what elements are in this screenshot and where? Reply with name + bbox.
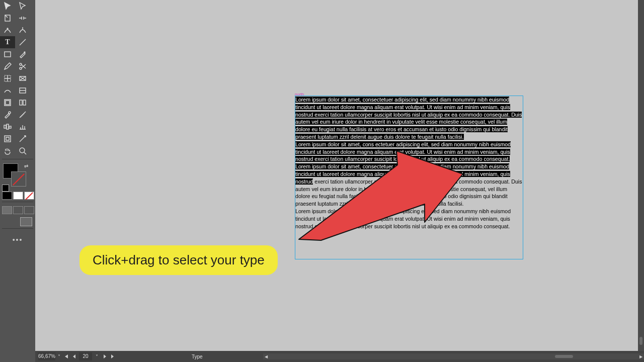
first-page-button[interactable] [63,353,70,360]
svg-rect-2 [5,52,11,57]
zoom-level-field[interactable]: 66,67% [38,352,55,360]
erase-tool[interactable] [0,133,15,145]
hscroll-thumb[interactable] [555,355,573,358]
hscroll-left-arrow[interactable]: ◀ [263,353,269,359]
screen-mode-row [0,214,35,226]
pen-tool[interactable] [15,48,30,60]
gradient-swatch-tool[interactable] [0,84,15,97]
svg-point-1 [7,28,8,29]
prev-page-button[interactable] [71,353,78,360]
apply-color-black[interactable] [2,192,12,200]
rectangle-tool[interactable] [15,72,30,84]
line-tool[interactable] [15,36,30,48]
free-transform-tool[interactable] [0,72,15,84]
direct-selection-tool[interactable] [15,0,30,12]
status-bar: 66,67% ˅ 20 ˅ Type ◀ ▶ [35,351,644,362]
svg-point-5 [20,67,22,69]
edit-toolbar-button[interactable]: ••• [0,236,35,244]
svg-point-18 [20,148,25,153]
svg-rect-10 [6,101,10,105]
text-frame-paragraph[interactable]: Lorem ipsum dolor sit amet, consectetuer… [295,163,523,208]
view-mode-row [0,204,35,214]
stroke-color-swatch[interactable] [11,171,26,187]
hscroll-right-arrow[interactable]: ▶ [638,353,644,359]
vertical-scrollbar[interactable] [638,0,644,351]
zoom-tool[interactable] [15,145,30,157]
page-number-field[interactable]: 20 [79,352,92,360]
svg-rect-14 [4,125,6,128]
view-bleed-icon[interactable] [24,206,34,214]
apply-color-none[interactable] [24,192,34,200]
content-collector-tool[interactable] [0,24,15,36]
svg-rect-16 [9,126,11,128]
svg-rect-12 [23,100,26,105]
page-tool[interactable] [0,12,15,24]
zoom-dropdown-icon[interactable]: ˅ [56,353,62,360]
text-frame-paragraph[interactable]: Lorem ipsum dolor sit amet, cons ectetue… [295,141,523,163]
status-mode-label: Type [192,354,203,359]
page-dropdown-icon[interactable]: ˅ [93,353,100,360]
hand-tool-alt[interactable] [15,133,30,145]
note-tool[interactable] [0,97,15,109]
measure-tool[interactable] [15,109,30,121]
view-normal-icon[interactable] [2,206,12,214]
apply-color-gradient[interactable] [13,192,23,200]
default-fill-stroke-icon[interactable] [2,185,9,192]
instruction-callout: Click+drag to select your type [79,245,278,275]
svg-rect-17 [5,136,11,142]
rectangle-frame-tool[interactable] [0,48,15,60]
gradient-feather-tool[interactable] [15,84,30,97]
smooth-tool[interactable] [0,121,15,133]
next-page-button[interactable] [101,353,108,360]
pencil-tool[interactable] [0,60,15,72]
svg-point-3 [24,52,25,53]
hand-tool[interactable] [0,145,15,157]
vertical-scrollbar-thumb[interactable] [639,337,642,345]
content-placer-tool[interactable] [15,24,30,36]
text-frame-paragraph[interactable]: Lorem ipsum dolor sit amet, consectetuer… [295,96,523,141]
type-tool[interactable]: T [0,36,15,48]
selection-tool[interactable] [0,0,15,12]
toolbox-separator-2 [2,202,33,202]
svg-point-4 [20,63,22,65]
text-frame[interactable]: Lorem ipsum dolor sit amet, consectetuer… [295,96,523,259]
svg-rect-11 [20,100,22,105]
tool-grid: T [0,0,35,157]
chart-tool[interactable] [15,121,30,133]
scissors-tool[interactable] [15,60,30,72]
screen-mode-icon[interactable] [20,217,32,226]
canvas[interactable]: north Lorem ipsum dolor sit amet, consec… [35,0,638,351]
text-frame-paragraph[interactable]: Lorem ipsum dolor sit amet, cons ectetue… [295,208,523,230]
svg-point-13 [9,112,11,114]
gap-tool[interactable] [15,12,30,24]
svg-rect-15 [7,124,9,129]
swap-fill-stroke-icon[interactable]: ⇄ [24,163,28,169]
color-theme-tool[interactable] [15,97,30,109]
apply-color-row [0,192,35,200]
last-page-button[interactable] [109,353,116,360]
eyedropper-tool[interactable] [0,109,15,121]
fill-stroke-area: ⇄ [0,161,35,192]
toolbox-separator [2,159,33,159]
toolbox-panel: T ⇄ ••• [0,0,35,362]
toolbox-separator-3 [2,228,33,229]
view-preview-icon[interactable] [13,206,23,214]
horizontal-scrollbar[interactable]: ◀ ▶ [263,353,644,359]
